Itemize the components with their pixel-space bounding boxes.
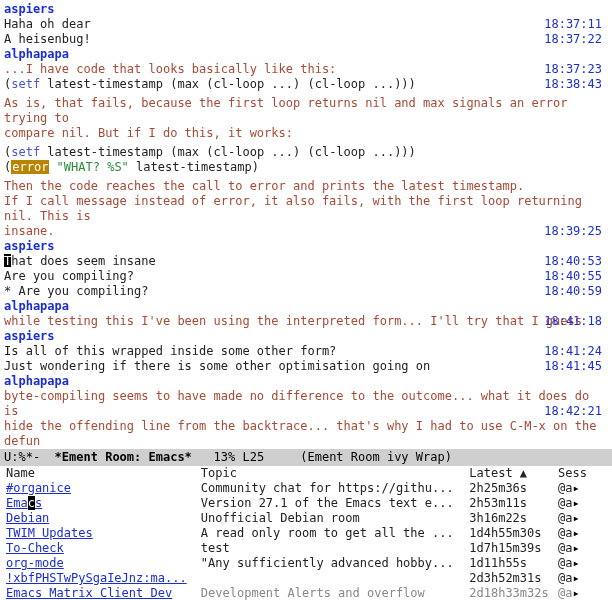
timestamp: 18:38:43 bbox=[544, 77, 602, 92]
chevron-right-icon bbox=[572, 586, 579, 600]
nick: alphapapa bbox=[4, 374, 69, 388]
chat-line: Are you compiling? bbox=[4, 269, 134, 283]
room-topic: test bbox=[199, 541, 467, 556]
nick: aspiers bbox=[4, 239, 55, 253]
room-name[interactable]: To-Check bbox=[4, 541, 199, 556]
code-line: (setf latest-timestamp (max (cl-loop ...… bbox=[4, 145, 416, 159]
room-list[interactable]: Name Topic Latest ▲ Sess #organiceCommun… bbox=[4, 466, 608, 600]
chevron-right-icon bbox=[572, 496, 579, 510]
chat-line: As is, that fails, because the first loo… bbox=[4, 96, 568, 125]
room-row[interactable]: #organiceCommunity chat for https://gith… bbox=[4, 481, 608, 496]
modeline-chat: U:%*- *Ement Room: Emacs* 13% L25 (Ement… bbox=[0, 449, 612, 466]
room-session: @a bbox=[556, 481, 608, 496]
room-topic: Unofficial Debian room bbox=[199, 511, 467, 526]
code-line: (error "WHAT? %S" latest-timestamp) bbox=[4, 160, 259, 174]
timestamp: 18:39:25 bbox=[544, 224, 602, 239]
timestamp: 18:37:22 bbox=[544, 32, 602, 47]
room-topic: Community chat for https://githu... bbox=[199, 481, 467, 496]
chat-line: A heisenbug! bbox=[4, 32, 91, 46]
room-topic: A read only room to get all the ... bbox=[199, 526, 467, 541]
timestamp: 18:40:53 bbox=[544, 254, 602, 269]
hdr-topic[interactable]: Topic bbox=[199, 466, 467, 481]
room-name[interactable]: #organice bbox=[4, 481, 199, 496]
chevron-right-icon bbox=[572, 571, 579, 585]
room-session: @a bbox=[556, 511, 608, 526]
room-row[interactable]: Emacs Matrix Client DevDevelopment Alert… bbox=[4, 586, 608, 600]
room-name[interactable]: Emacs Matrix Client Dev bbox=[4, 586, 199, 600]
hdr-latest[interactable]: Latest ▲ bbox=[467, 466, 556, 481]
room-row[interactable]: org-mode"Any sufficiently advanced hobby… bbox=[4, 556, 608, 571]
chat-line: Is all of this wrapped inside some other… bbox=[4, 344, 336, 358]
room-list-header[interactable]: Name Topic Latest ▲ Sess bbox=[4, 466, 608, 481]
chat-line: * Are you compiling? bbox=[4, 284, 149, 298]
room-row[interactable]: EmacsVersion 27.1 of the Emacs text e...… bbox=[4, 496, 608, 511]
timestamp: 18:41:24 bbox=[544, 344, 602, 359]
hdr-name[interactable]: Name bbox=[4, 466, 199, 481]
nick: alphapapa bbox=[4, 299, 69, 313]
room-row[interactable]: To-Checktest1d7h15m39s@a bbox=[4, 541, 608, 556]
timestamp: 18:40:59 bbox=[544, 284, 602, 299]
room-topic bbox=[199, 571, 467, 586]
room-name[interactable]: !xbfPHSTwPySgaIeJnz:ma... bbox=[4, 571, 199, 586]
room-name[interactable]: TWIM Updates bbox=[4, 526, 199, 541]
room-name[interactable]: org-mode bbox=[4, 556, 199, 571]
room-session: @a bbox=[556, 586, 608, 600]
room-latest: 1d7h15m39s bbox=[467, 541, 556, 556]
room-row[interactable]: DebianUnofficial Debian room3h16m22s@a bbox=[4, 511, 608, 526]
chat-line: If I call message instead of error, it a… bbox=[4, 194, 582, 223]
room-session: @a bbox=[556, 556, 608, 571]
room-row[interactable]: !xbfPHSTwPySgaIeJnz:ma...2d3h52m31s@a bbox=[4, 571, 608, 586]
nick: aspiers bbox=[4, 2, 55, 16]
chat-line: Then the code reaches the call to error … bbox=[4, 179, 524, 193]
room-topic: Development Alerts and overflow bbox=[199, 586, 467, 600]
room-latest: 2h25m36s bbox=[467, 481, 556, 496]
nick: alphapapa bbox=[4, 47, 69, 61]
timestamp: 18:42:21 bbox=[544, 404, 602, 419]
chevron-right-icon bbox=[572, 511, 579, 525]
chat-line: while testing this I've been using the i… bbox=[4, 314, 582, 328]
room-latest: 1d4h55m30s bbox=[467, 526, 556, 541]
room-session: @a bbox=[556, 526, 608, 541]
room-row[interactable]: TWIM UpdatesA read only room to get all … bbox=[4, 526, 608, 541]
chevron-right-icon bbox=[572, 481, 579, 495]
hdr-sess[interactable]: Sess bbox=[556, 466, 608, 481]
chevron-right-icon bbox=[572, 526, 579, 540]
room-latest: 2d3h52m31s bbox=[467, 571, 556, 586]
room-topic: "Any sufficiently advanced hobby... bbox=[199, 556, 467, 571]
chat-line: compare nil. But if I do this, it works: bbox=[4, 126, 293, 140]
room-topic: Version 27.1 of the Emacs text e... bbox=[199, 496, 467, 511]
chat-line: insane. bbox=[4, 224, 55, 238]
room-latest: 2d18h33m32s bbox=[467, 586, 556, 600]
chevron-right-icon bbox=[572, 556, 579, 570]
room-latest: 1d11h55s bbox=[467, 556, 556, 571]
room-latest: 2h53m11s bbox=[467, 496, 556, 511]
nick: aspiers bbox=[4, 329, 55, 343]
timestamp: 18:41:18 bbox=[544, 314, 602, 329]
room-latest: 3h16m22s bbox=[467, 511, 556, 526]
room-session: @a bbox=[556, 496, 608, 511]
chat-buffer: aspiers Haha oh dear18:37:11 A heisenbug… bbox=[0, 0, 612, 449]
chat-line: ...I have code that looks basically like… bbox=[4, 62, 336, 76]
room-name[interactable]: Emacs bbox=[4, 496, 199, 511]
timestamp: 18:37:11 bbox=[544, 17, 602, 32]
chat-line: hide the offending line from the backtra… bbox=[4, 419, 596, 448]
room-name[interactable]: Debian bbox=[4, 511, 199, 526]
chat-line: byte-compiling seems to have made no dif… bbox=[4, 389, 589, 418]
chat-line: Just wondering if there is some other op… bbox=[4, 359, 430, 373]
room-session: @a bbox=[556, 541, 608, 556]
chat-line: Haha oh dear bbox=[4, 17, 91, 31]
code-line: (setf latest-timestamp (max (cl-loop ...… bbox=[4, 77, 416, 91]
timestamp: 18:40:55 bbox=[544, 269, 602, 284]
chat-line[interactable]: That does seem insane bbox=[4, 254, 156, 268]
timestamp: 18:41:45 bbox=[544, 359, 602, 374]
timestamp: 18:37:23 bbox=[544, 62, 602, 77]
room-session: @a bbox=[556, 571, 608, 586]
chevron-right-icon bbox=[572, 541, 579, 555]
